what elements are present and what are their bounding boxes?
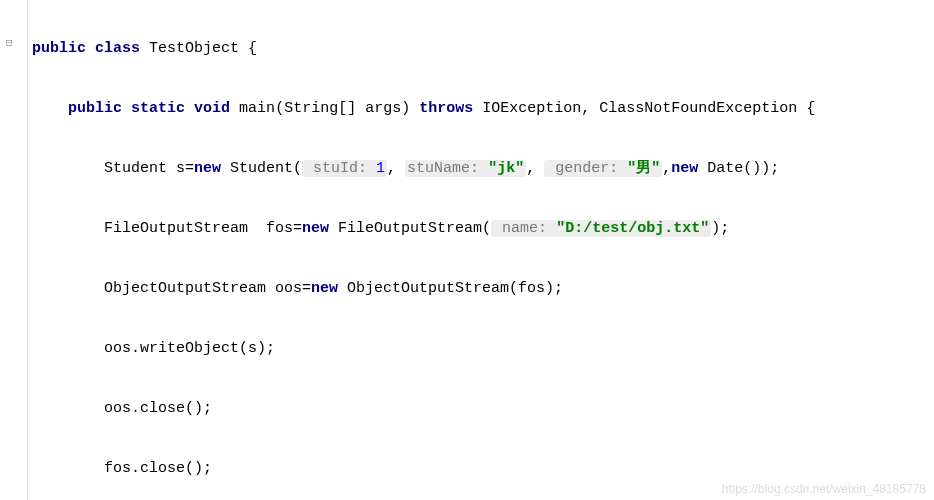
code-area: public class TestObject { public static … <box>32 4 823 500</box>
code-line: oos.close(); <box>32 394 815 424</box>
code-line: public static void main(String[] args) t… <box>32 94 815 124</box>
method-name: main <box>239 100 275 117</box>
fold-handle-icon[interactable]: ⊟ <box>6 36 20 50</box>
class-name: TestObject <box>149 40 239 57</box>
keyword-public: public <box>32 40 86 57</box>
code-line: ObjectOutputStream oos=new ObjectOutputS… <box>32 274 815 304</box>
code-line: oos.writeObject(s); <box>32 334 815 364</box>
watermark-text: https://blog.csdn.net/weixin_48185778 <box>722 482 926 496</box>
param-hint: name: <box>493 220 556 237</box>
code-line: Student s=new Student( stuId: 1, stuName… <box>32 154 815 184</box>
editor-gutter: ⊟ <box>0 0 28 500</box>
code-line: fos.close(); <box>32 454 815 484</box>
brace: { <box>239 40 257 57</box>
code-line: public class TestObject { <box>32 34 815 64</box>
param-hint: gender: <box>546 160 627 177</box>
param-hint: stuId: <box>304 160 376 177</box>
code-line: FileOutputStream fos=new FileOutputStrea… <box>32 214 815 244</box>
keyword-class: class <box>95 40 140 57</box>
param-hint: stuName: <box>407 160 488 177</box>
